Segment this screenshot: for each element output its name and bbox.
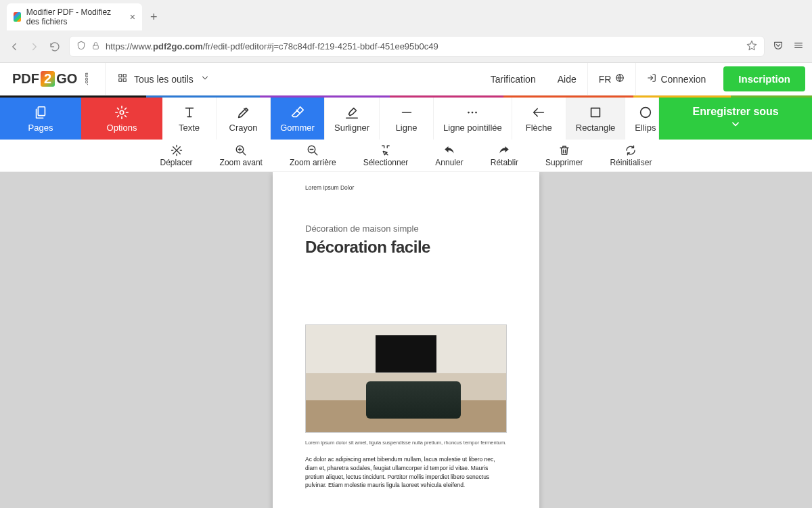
annuler-button[interactable]: Annuler: [422, 140, 476, 171]
back-button[interactable]: [8, 41, 20, 53]
inscription-button[interactable]: Inscription: [723, 66, 805, 91]
arrow-icon: [531, 105, 546, 120]
ellipse-tool[interactable]: Ellips: [625, 98, 659, 140]
all-tools-label: Tous les outils: [134, 74, 194, 85]
options-button[interactable]: Options: [81, 98, 162, 140]
svg-point-7: [120, 110, 124, 114]
menu-icon[interactable]: [793, 40, 804, 54]
lock-icon: [91, 41, 100, 52]
rectangle-tool[interactable]: Rectangle: [566, 98, 626, 140]
shield-icon: [76, 41, 86, 52]
connexion-link[interactable]: Connexion: [636, 73, 717, 85]
address-bar[interactable]: https://www.pdf2go.com/fr/edit-pdf/edito…: [69, 36, 765, 57]
retablir-button[interactable]: Rétablir: [477, 140, 532, 171]
crayon-tool[interactable]: Crayon: [217, 98, 271, 140]
ligne-pointillee-tool[interactable]: Ligne pointillée: [434, 98, 512, 140]
reinitialiser-button[interactable]: Réinitialiser: [596, 140, 665, 171]
chevron-down-icon: [729, 119, 742, 131]
favicon-icon: [14, 12, 21, 22]
doc-title: Décoration facile: [305, 238, 507, 257]
doc-photo: [305, 324, 507, 433]
ellipse-icon: [638, 105, 653, 120]
select-icon: [380, 144, 392, 156]
svg-rect-4: [123, 79, 126, 81]
dashed-line-icon: [465, 105, 480, 120]
aide-link[interactable]: Aide: [547, 74, 587, 85]
fleche-tool[interactable]: Flèche: [512, 98, 566, 140]
ligne-tool[interactable]: Ligne: [380, 98, 434, 140]
move-icon: [171, 144, 183, 156]
tab-title: Modifier PDF - Modifiez des fichiers: [26, 7, 125, 26]
highlighter-icon: [344, 105, 359, 120]
save-button[interactable]: Enregistrer sous: [659, 98, 812, 140]
svg-rect-2: [123, 75, 126, 77]
text-icon: [182, 105, 197, 120]
logo-pdf: PDF: [12, 71, 39, 87]
grid-icon: [118, 73, 127, 85]
logo[interactable]: PDF2GO.com: [0, 71, 105, 87]
language-selector[interactable]: FR: [588, 73, 636, 85]
doc-kicker: Décoration de maison simple: [305, 224, 507, 234]
login-icon: [647, 73, 656, 85]
supprimer-button[interactable]: Supprimer: [532, 140, 596, 171]
pages-button[interactable]: Pages: [0, 98, 81, 140]
close-icon[interactable]: ×: [130, 12, 135, 22]
doc-body: Ac dolor ac adipiscing amet bibendum nul…: [305, 455, 507, 490]
undo-icon: [443, 144, 455, 156]
redo-icon: [498, 144, 510, 156]
texte-tool[interactable]: Texte: [162, 98, 217, 140]
svg-rect-1: [119, 75, 122, 77]
svg-rect-0: [93, 45, 99, 48]
svg-point-8: [468, 111, 470, 113]
logo-com: .com: [83, 72, 89, 85]
new-tab-button[interactable]: +: [145, 7, 163, 27]
zoom-avant-button[interactable]: Zoom avant: [206, 140, 276, 171]
svg-point-12: [641, 107, 651, 117]
svg-rect-11: [591, 108, 600, 117]
tarification-link[interactable]: Tarification: [480, 74, 547, 85]
all-tools-dropdown[interactable]: Tous les outils: [106, 73, 222, 85]
forward-button[interactable]: [28, 41, 41, 53]
gommer-tool[interactable]: Gommer: [271, 98, 325, 140]
zoom-arriere-button[interactable]: Zoom arrière: [276, 140, 350, 171]
line-icon: [399, 105, 414, 120]
rectangle-icon: [588, 105, 603, 120]
trash-icon: [558, 144, 570, 156]
url-text: https://www.pdf2go.com/fr/edit-pdf/edito…: [106, 41, 741, 51]
svg-point-10: [476, 111, 478, 113]
zoom-out-icon: [307, 144, 319, 156]
doc-header-small: Lorem Ipsum Dolor: [305, 184, 507, 191]
gear-icon: [114, 105, 129, 120]
selectionner-button[interactable]: Sélectionner: [350, 140, 422, 171]
globe-icon: [615, 73, 625, 85]
reset-icon: [625, 144, 637, 156]
chevron-down-icon: [200, 73, 210, 85]
zoom-in-icon: [235, 144, 247, 156]
pencil-icon: [236, 105, 251, 120]
canvas-area[interactable]: Lorem Ipsum Dolor Décoration de maison s…: [0, 172, 812, 508]
reload-button[interactable]: [49, 41, 61, 53]
logo-two: 2: [41, 71, 55, 87]
pdf-page[interactable]: Lorem Ipsum Dolor Décoration de maison s…: [273, 172, 539, 508]
svg-rect-3: [119, 79, 122, 81]
svg-rect-6: [38, 106, 45, 115]
browser-tab-bar: Modifier PDF - Modifiez des fichiers × +: [0, 0, 812, 30]
logo-go: GO: [56, 71, 77, 87]
deplacer-button[interactable]: Déplacer: [147, 140, 206, 171]
doc-caption: Lorem ipsum dolor sit amet, ligula suspe…: [305, 440, 507, 446]
eraser-icon: [290, 105, 305, 120]
svg-point-9: [472, 111, 474, 113]
surligner-tool[interactable]: Surligner: [325, 98, 380, 140]
pocket-icon[interactable]: [773, 40, 784, 54]
bookmark-star-icon[interactable]: [746, 40, 757, 53]
browser-tab[interactable]: Modifier PDF - Modifiez des fichiers ×: [7, 3, 142, 30]
pages-icon: [33, 105, 48, 120]
